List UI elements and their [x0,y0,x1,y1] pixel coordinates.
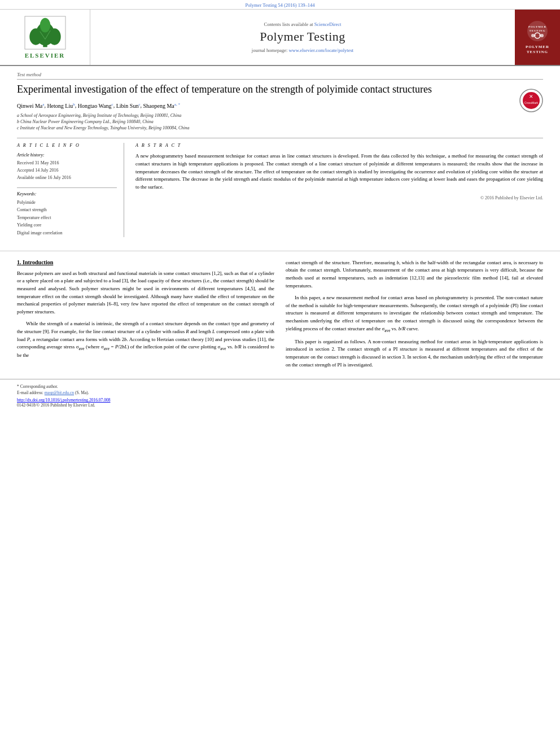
journal-homepage-link[interactable]: www.elsevier.com/locate/polytest [288,47,353,53]
abstract-text: A new photogrammetry based measurement t… [135,152,543,191]
keywords-section: Keywords: Polyimide Contact strength Tem… [17,187,117,237]
footer-email-line: E-mail address: masp@bit.edu.cn (S. Ma). [17,390,543,395]
author-hetong: Hetong Liub [47,103,75,109]
journal-reference: Polymer Testing 54 (2016) 139–144 [246,2,315,8]
history-available: Available online 16 July 2016 [17,174,117,182]
section-title-intro: Introduction [23,259,53,265]
crossmark-badge: ✕ CrossMark [519,89,543,113]
keyword-5: Digital image correlation [17,229,117,237]
corresponding-author-note: * Corresponding author. [17,384,543,389]
body-right-text: contact strength of the structure. There… [286,259,543,369]
keywords-title: Keywords: [17,191,117,196]
article-history-title: Article history: [17,152,117,158]
journal-title: Polymer Testing [260,29,345,44]
footer-issn: 0142-9418/© 2016 Published by Elsevier L… [17,403,543,408]
abstract-copyright: © 2016 Published by Elsevier Ltd. [135,195,543,200]
sciencedirect-link[interactable]: ScienceDirect [314,21,342,27]
history-accepted: Accepted 14 July 2016 [17,167,117,174]
history-received: Received 31 May 2016 [17,160,117,167]
intro-para-2: While the strength of a material is intr… [17,320,274,360]
article-content: Test method Experimental investigation o… [0,66,560,243]
elsevier-logo-section: ELSEVIER [0,10,90,65]
affiliation-b: b China Nuclear Power Engineering Compan… [17,119,514,125]
body-left-column: 1. Introduction Because polymers are use… [17,259,274,374]
introduction-heading: 1. Introduction [17,259,274,265]
svg-text:✕: ✕ [529,94,533,99]
journal-center-header: Contents lists available at ScienceDirec… [90,10,515,65]
journal-homepage-line: journal homepage: www.elsevier.com/locat… [252,47,353,53]
contents-available-text: Contents lists available at ScienceDirec… [264,21,342,27]
keyword-1: Polyimide [17,199,117,207]
author-hongtao: Hongtao Wangc [78,103,113,109]
right-para-1: contact strength of the structure. There… [286,259,543,290]
keyword-4: Yielding core [17,221,117,229]
crossmark-icon: ✕ CrossMark [519,89,543,112]
keyword-2: Contact strength [17,206,117,214]
article-footer: * Corresponding author. E-mail address: … [0,379,560,412]
article-info-section-title: A R T I C L E I N F O [17,143,117,148]
article-info-abstract-section: A R T I C L E I N F O Article history: R… [17,138,543,237]
journal-header: ELSEVIER Contents lists available at Sci… [0,10,560,66]
footer-doi: http://dx.doi.org/10.1016/j.polymertesti… [17,397,543,403]
abstract-section-title: A B S T R A C T [135,143,543,148]
journal-reference-bar: Polymer Testing 54 (2016) 139–144 [0,0,560,10]
svg-text:CrossMark: CrossMark [524,101,539,104]
article-section-tag: Test method [17,72,543,80]
svg-text:POLYMER: POLYMER [528,25,546,28]
doi-link[interactable]: http://dx.doi.org/10.1016/j.polymertesti… [17,397,110,403]
author-shaopeng: Shaopeng Maa, * [143,103,180,109]
right-para-2: In this paper, a new measurement method … [286,294,543,334]
body-content: 1. Introduction Because polymers are use… [0,259,560,374]
affiliations: a School of Aerospace Engineering, Beiji… [17,112,514,132]
svg-text:TESTING: TESTING [529,29,545,32]
authors-line: Qinwei Maa, Hetong Liub, Hongtao Wangc, … [17,102,514,108]
author-email-link[interactable]: masp@bit.edu.cn [45,390,74,395]
affiliation-c: c Institute of Nuclear and New Energy Te… [17,125,514,131]
svg-point-13 [540,34,544,37]
abstract-column: A B S T R A C T A new photogrammetry bas… [135,143,543,237]
polymer-testing-brand-icon: POLYMER TESTING [526,20,549,42]
journal-brand-box: POLYMER TESTING POLYMERTESTING [515,10,560,65]
brand-text: POLYMERTESTING [526,45,549,55]
svg-point-2 [29,28,42,45]
elsevier-brand-label: ELSEVIER [25,52,65,59]
body-right-column: contact strength of the structure. There… [286,259,543,374]
elsevier-tree-icon [23,16,68,50]
article-title: Experimental investigation of the effect… [17,83,514,96]
author-libin: Libin Sunc [116,103,141,109]
article-info-column: A R T I C L E I N F O Article history: R… [17,143,124,237]
affiliation-a: a School of Aerospace Engineering, Beiji… [17,112,514,119]
intro-para-1: Because polymers are used as both struct… [17,270,274,316]
svg-point-12 [531,34,535,37]
section-number: 1. [17,259,21,265]
section-divider [0,251,560,251]
keyword-3: Temperature effect [17,214,117,222]
right-para-3: This paper is organized as follows. A no… [286,338,543,369]
body-left-text: Because polymers are used as both struct… [17,270,274,360]
author-qinwei: Qinwei Maa [17,103,44,109]
svg-point-4 [40,18,50,33]
